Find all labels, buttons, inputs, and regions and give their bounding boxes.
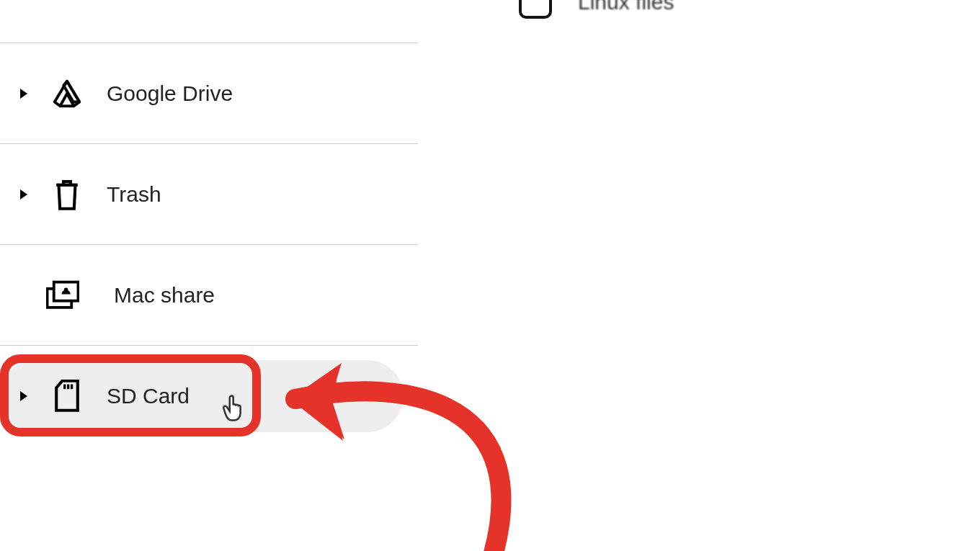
google-drive-icon (50, 77, 84, 110)
sidebar-item-play-files[interactable] (0, 0, 418, 43)
sidebar-item-mac-share[interactable]: Mac share (0, 245, 418, 346)
sidebar-item-label: Trash (107, 182, 161, 207)
sidebar-item-label: Mac share (114, 283, 215, 308)
trash-icon (50, 178, 84, 211)
content-item-label: Linux files (578, 0, 674, 14)
chevron-right-icon (20, 189, 27, 200)
svg-marker-0 (63, 81, 79, 102)
linux-files-icon (519, 0, 552, 19)
sidebar-item-trash[interactable]: Trash (0, 144, 418, 245)
chevron-right-icon (20, 89, 27, 99)
sidebar-item-label: SD Card (107, 384, 190, 408)
cursor-hand-icon (220, 395, 245, 426)
sidebar-item-label: Google Drive (107, 81, 233, 106)
svg-point-4 (64, 287, 68, 292)
mac-share-icon (46, 279, 79, 312)
sidebar: Google Drive Trash Mac share (0, 0, 418, 432)
sd-card-icon (50, 380, 84, 413)
content-item-linux-files[interactable]: Linux files (519, 0, 674, 19)
sidebar-item-sd-card[interactable]: SD Card (0, 360, 404, 432)
chevron-right-icon (20, 391, 27, 401)
sidebar-item-google-drive[interactable]: Google Drive (0, 43, 418, 144)
